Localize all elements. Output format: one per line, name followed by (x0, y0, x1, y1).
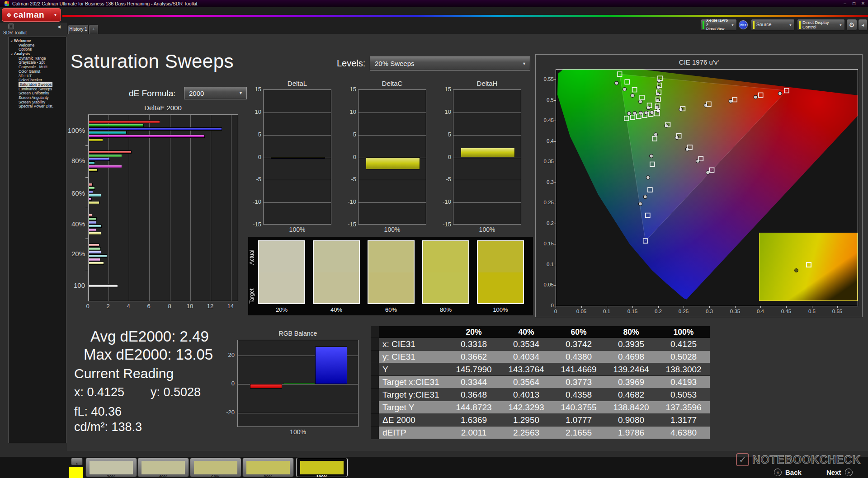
cie-ytick-mark (554, 265, 556, 265)
de-formula-dropdown[interactable]: 2000 ▼ (184, 87, 247, 99)
patch-button-20%[interactable]: 20% (85, 458, 137, 477)
minimize-button[interactable]: – (841, 0, 849, 7)
cie-ytick-mark (554, 285, 556, 286)
cie-xtick-label: 0.4 (752, 309, 769, 314)
value-cell: 0.3564 (500, 376, 552, 389)
header-cell: 80% (605, 326, 657, 338)
sidebar-item-label: Dynamic Range (19, 56, 46, 61)
table-row: dEITP2.00112.25632.16551.97864.6380 (371, 426, 710, 439)
patch-color (142, 461, 185, 474)
delta_h-ytick: -5 (433, 176, 451, 183)
cie-xtick-mark (812, 306, 812, 308)
table-header-row: 20%40%60%80%100% (371, 326, 710, 338)
sidebar-item-color-gamut[interactable]: Color Gamut (9, 70, 66, 74)
patch-arrow-icon: ▲ (75, 462, 79, 465)
value-cell: 0.4682 (605, 389, 657, 401)
delta-e-xtick: 2 (103, 303, 113, 309)
gridline (453, 112, 521, 113)
delta_l-ytick: 15 (243, 86, 261, 93)
de-bar-yellow-20% (89, 262, 104, 265)
tree-expander-icon[interactable]: ◢ (10, 39, 12, 43)
levels-label: Levels: (337, 58, 365, 69)
next-button[interactable]: Next » (826, 467, 853, 477)
cie-ytick-mark (554, 162, 556, 162)
patch-color (300, 461, 344, 474)
value-cell: 0.5028 (657, 351, 710, 363)
delta_l-xlabel: 100% (263, 226, 331, 233)
patch-label: 40% (138, 475, 189, 477)
patch-color (194, 461, 237, 474)
sidebar-item-welcome[interactable]: ◢Welcome (9, 39, 66, 43)
sidebar-item-welcome[interactable]: Welcome (9, 43, 66, 48)
patch-button-60%[interactable]: 60% (190, 458, 241, 477)
swatch-60% (368, 240, 415, 304)
cie-xtick-mark (658, 306, 659, 308)
value-cell: 1.9786 (605, 426, 657, 439)
patch-button-100%[interactable]: 100% (296, 458, 348, 477)
de-bar-green-40% (89, 217, 97, 220)
value-cell: 1.0777 (552, 414, 605, 426)
delta_c-ytick: -5 (338, 176, 356, 183)
settings-gear-button[interactable]: ⚙ (846, 19, 857, 31)
cie-xtick-mark (786, 306, 787, 308)
source-dropdown[interactable]: Source ▼ (751, 19, 795, 31)
value-cell: 0.4034 (500, 351, 552, 363)
tree-expander-icon[interactable]: ◢ (10, 52, 12, 56)
workflow-dot-button[interactable] (8, 23, 14, 29)
dot-icon (10, 25, 12, 28)
de-bar-blue-100% (89, 127, 222, 131)
de-bar-yellow-60% (89, 201, 99, 204)
patch-label: 100% (297, 475, 347, 477)
cie-xtick-label: 0.15 (624, 309, 641, 314)
patch-window-button[interactable]: ▲ (71, 458, 83, 465)
new-tab-button[interactable]: + (89, 25, 98, 34)
meter-dropdown[interactable]: X-Rite i1Pro 2 Direct View ▼ (701, 19, 737, 31)
value-cell: 0.4380 (552, 351, 605, 363)
meter-status-accent (703, 21, 704, 29)
actual-color (368, 241, 414, 272)
cie-ytick-label: 0.15 (538, 241, 554, 246)
target-row-label: Target (249, 280, 256, 312)
row-label-cell: x: CIE31 (379, 338, 448, 351)
logo-menu-chevron-icon[interactable]: ▼ (50, 9, 61, 21)
value-cell: 141.4669 (552, 363, 605, 376)
display-control-dropdown[interactable]: Direct Display Control ▼ (797, 19, 845, 31)
delta_h-plot-area (453, 89, 521, 225)
delta-e-plot-area (88, 114, 238, 301)
maximize-button[interactable]: □ (850, 0, 858, 7)
patch-button-80%[interactable]: 80% (242, 458, 294, 477)
tab-history-1[interactable]: History 1 (68, 25, 88, 34)
actual-color (423, 241, 468, 272)
sidebar-collapse-icon[interactable]: ◀ (57, 24, 61, 29)
display-control-status-accent (799, 21, 801, 29)
meter-count-badge[interactable]: 237 (739, 20, 748, 29)
levels-dropdown[interactable]: 20% Sweeps ▼ (370, 56, 530, 70)
panel-collapse-button[interactable]: ◂ (858, 19, 868, 31)
calman-logo-button[interactable]: ❖ calman ▼ (2, 8, 61, 22)
close-button[interactable]: ✕ (859, 0, 867, 7)
gridline (264, 202, 331, 203)
de-bar-magenta-40% (89, 228, 96, 231)
reading-y: y: 0.5028 (151, 385, 201, 399)
sidebar-item-label: Grayscale - Multi (19, 65, 47, 69)
cie-xtick-mark (581, 306, 582, 308)
bottom-bar: ▲ 20%40%60%80%100% ✓ NOTEBOOKCHECK « Bac… (0, 451, 868, 478)
swatch-label: 80% (422, 306, 469, 313)
sidebar-item-label: Spectral Power Dist. (19, 104, 53, 108)
value-cell: 145.7990 (448, 363, 500, 376)
value-cell: 0.4698 (605, 351, 657, 363)
row-lead-cell (371, 338, 379, 351)
gridline (359, 112, 426, 113)
cie-xtick-label: 0.2 (650, 309, 666, 314)
delta_l-ytick: 5 (243, 131, 261, 138)
patch-button-40%[interactable]: 40% (137, 458, 189, 477)
cie-xtick-mark (684, 306, 684, 308)
cie-xtick-mark (556, 306, 556, 308)
cie-ytick-mark (554, 183, 556, 183)
rgb-balance-plot-area (237, 340, 359, 427)
delta_h-ytick: -10 (433, 198, 451, 205)
gridline (359, 135, 426, 136)
sidebar-item-spectral-power-dist-[interactable]: Spectral Power Dist. (9, 104, 66, 109)
back-button[interactable]: « Back (774, 467, 802, 477)
swatch-label: 40% (313, 306, 360, 313)
